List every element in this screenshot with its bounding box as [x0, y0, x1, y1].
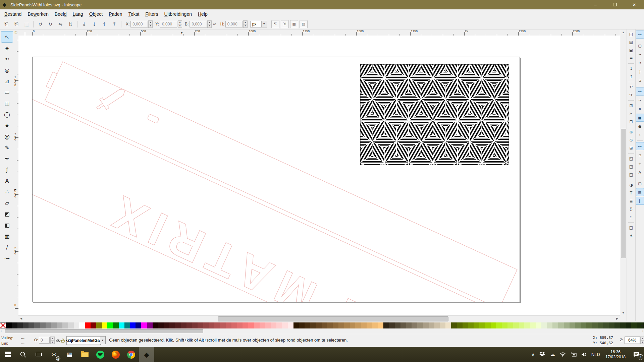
color-swatch[interactable] — [541, 322, 547, 328]
fill-value[interactable]: --- — [21, 335, 24, 341]
color-swatch[interactable] — [598, 322, 603, 328]
y-field-spinner[interactable]: ▲▼ — [178, 20, 182, 28]
fill-stroke-dialog-button[interactable]: ◑ — [628, 181, 635, 189]
color-swatch[interactable] — [564, 322, 570, 328]
print-document-button[interactable]: ≡ — [628, 55, 635, 62]
xml-editor-button[interactable]: ⟨⟩ — [628, 205, 635, 213]
menu-bestand[interactable]: Bestand — [1, 9, 24, 19]
menu-bewerken[interactable]: Bewerken — [24, 9, 51, 19]
color-swatch[interactable] — [485, 322, 491, 328]
color-swatch[interactable] — [592, 322, 598, 328]
color-swatch[interactable] — [327, 322, 333, 328]
cut-button[interactable]: ✂ — [628, 110, 635, 117]
menu-help[interactable]: Help — [195, 9, 211, 19]
color-swatch[interactable] — [609, 322, 614, 328]
palette-scroll-right-icon[interactable]: › — [642, 329, 643, 333]
redo-button[interactable]: ↷ — [628, 92, 635, 99]
menu-filters[interactable]: Filters — [142, 9, 161, 19]
select-all-button[interactable]: ⎗ — [2, 19, 11, 29]
color-swatch[interactable] — [282, 322, 288, 328]
zoom-page-button[interactable]: ⊞ — [628, 144, 635, 152]
unlink-clone-button[interactable]: ◰ — [628, 171, 635, 178]
color-swatch[interactable] — [198, 322, 203, 328]
taskbar-start-icon[interactable] — [0, 347, 15, 362]
export-image-button[interactable]: ↥ — [628, 73, 635, 80]
calligraphy-tool[interactable]: ƒ — [1, 164, 13, 175]
palette-scrollbar-thumb[interactable] — [5, 329, 203, 333]
snap-paths-toggle[interactable]: ~ — [636, 96, 644, 104]
layer-dropdown-icon[interactable]: ▼ — [100, 336, 106, 344]
onedrive-icon[interactable]: ☁ — [547, 347, 557, 362]
palette-config-icon[interactable]: ◀ — [641, 324, 643, 327]
color-swatch[interactable] — [62, 322, 68, 328]
color-swatch[interactable] — [153, 322, 158, 328]
color-swatch[interactable] — [17, 322, 23, 328]
color-swatch[interactable] — [46, 322, 51, 328]
affect-move-toggle[interactable]: ⇱ — [271, 20, 279, 28]
color-swatch[interactable] — [119, 322, 124, 328]
ellipse-tool[interactable]: ◯ — [1, 109, 13, 120]
color-swatch[interactable] — [355, 322, 361, 328]
color-swatch[interactable] — [463, 322, 468, 328]
snap-bbox-centers-toggle[interactable]: ▫ — [636, 76, 644, 84]
pen-tool[interactable]: ✒ — [1, 153, 13, 164]
no-color-swatch[interactable] — [0, 322, 6, 328]
color-swatch[interactable] — [85, 322, 91, 328]
color-swatch[interactable] — [524, 322, 530, 328]
taskbar-inkscape-icon[interactable]: ◆ — [139, 347, 154, 362]
layer-visibility-icon[interactable] — [56, 338, 61, 344]
color-swatch[interactable] — [417, 322, 423, 328]
menu-paden[interactable]: Paden — [106, 9, 125, 19]
color-swatch[interactable] — [299, 322, 305, 328]
color-swatch[interactable] — [451, 322, 457, 328]
input-indicator-icon[interactable] — [568, 347, 579, 362]
scroll-left-icon[interactable]: ◀ — [18, 316, 24, 321]
color-swatch[interactable] — [102, 322, 108, 328]
color-swatch[interactable] — [136, 322, 141, 328]
color-swatch[interactable] — [276, 322, 282, 328]
color-swatch[interactable] — [260, 322, 265, 328]
color-swatch[interactable] — [361, 322, 367, 328]
color-swatch[interactable] — [288, 322, 293, 328]
snap-bbox-corners-toggle[interactable]: ∷ — [636, 59, 644, 67]
connector-tool[interactable]: ⊶ — [1, 252, 13, 264]
dropper-tool[interactable]: ∕ — [1, 241, 13, 253]
select-all-layers-button[interactable]: ⎘ — [12, 19, 21, 29]
guide-lock-icon[interactable]: ⚿ — [13, 29, 18, 36]
color-swatch[interactable] — [51, 322, 57, 328]
snap-grid-toggle[interactable]: ▦ — [636, 188, 644, 196]
snap-midpoints-toggle[interactable]: ◦ — [636, 131, 644, 139]
color-swatch[interactable] — [147, 322, 153, 328]
stroke-value[interactable]: --- — [21, 341, 24, 346]
color-swatch[interactable] — [474, 322, 479, 328]
color-swatch[interactable] — [586, 322, 592, 328]
color-swatch[interactable] — [29, 322, 34, 328]
spray-tool[interactable]: ∴ — [1, 186, 13, 197]
layers-dialog-button[interactable]: ≣ — [628, 197, 635, 205]
document-properties-button[interactable]: □ — [628, 224, 635, 231]
color-swatch[interactable] — [502, 322, 507, 328]
color-swatch[interactable] — [237, 322, 243, 328]
color-swatch[interactable] — [271, 322, 276, 328]
color-swatch[interactable] — [243, 322, 248, 328]
volume-icon[interactable] — [579, 347, 589, 362]
color-swatch[interactable] — [158, 322, 164, 328]
color-swatch[interactable] — [305, 322, 310, 328]
color-swatch[interactable] — [12, 322, 17, 328]
snap-object-centers-toggle[interactable]: ▫ — [636, 151, 644, 159]
color-swatch[interactable] — [333, 322, 338, 328]
color-swatch[interactable] — [552, 322, 558, 328]
create-clone-button[interactable]: ◲ — [628, 163, 635, 170]
color-swatch[interactable] — [575, 322, 581, 328]
scroll-up-icon[interactable]: ▲ — [620, 29, 626, 35]
dropbox-icon[interactable] — [537, 347, 547, 362]
scroll-right-icon[interactable]: ▶ — [614, 316, 620, 321]
lock-ratio-icon[interactable]: ∞ — [213, 21, 216, 26]
paste-button[interactable]: ⊟ — [628, 118, 635, 125]
taskbar-task-view-icon[interactable] — [31, 347, 46, 362]
menu-beeld[interactable]: Beeld — [52, 9, 70, 19]
text-tool[interactable]: A — [1, 175, 13, 186]
color-swatch[interactable] — [513, 322, 519, 328]
copy-button[interactable]: ⊡ — [628, 102, 635, 109]
color-swatch[interactable] — [40, 322, 46, 328]
